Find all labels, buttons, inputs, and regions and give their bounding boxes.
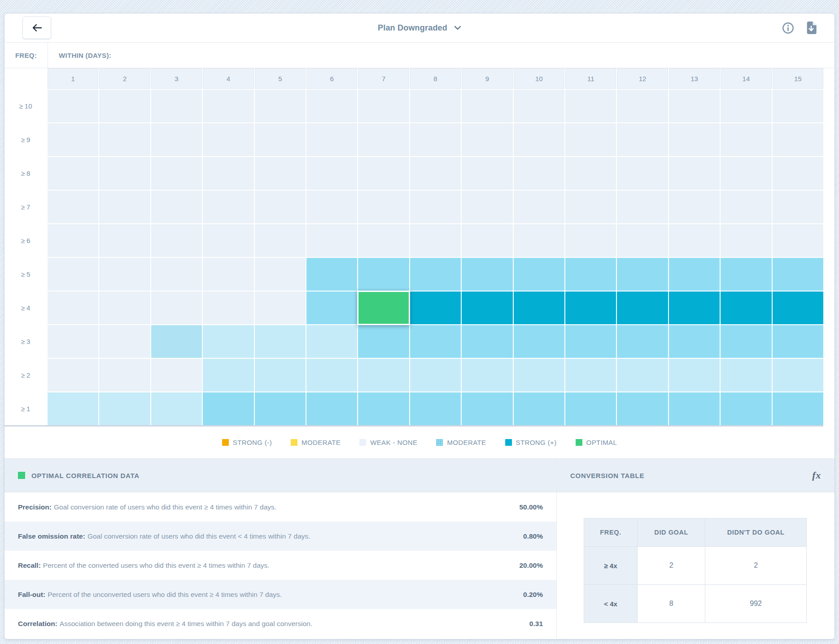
heatmap-cell-strong-positive[interactable] <box>514 292 564 324</box>
heatmap-cell-weak-none[interactable] <box>306 191 357 223</box>
heatmap-cell-weak-none[interactable] <box>99 191 150 223</box>
heatmap-cell-strong-positive[interactable] <box>462 292 512 324</box>
heatmap-cell-weak-none[interactable] <box>255 123 306 156</box>
heatmap-cell-weak-none[interactable] <box>669 157 720 190</box>
heatmap-cell-weak-none[interactable] <box>514 224 564 257</box>
heatmap-cell-weak-none[interactable] <box>255 90 306 122</box>
back-button[interactable] <box>22 17 51 39</box>
heatmap-cell-weak-none[interactable] <box>358 157 409 190</box>
heatmap-cell-weak-none[interactable] <box>255 292 306 324</box>
heatmap-cell-moderate[interactable] <box>721 392 771 425</box>
heatmap-cell-weak-none[interactable] <box>721 224 771 257</box>
heatmap-cell-moderate[interactable] <box>773 258 823 291</box>
heatmap-cell-weak-none[interactable] <box>773 90 823 122</box>
heatmap-cell-strong-positive[interactable] <box>669 292 720 324</box>
heatmap-cell-moderate[interactable] <box>669 325 720 358</box>
heatmap-cell-weak-moderate[interactable] <box>306 359 357 392</box>
heatmap-cell-moderate[interactable] <box>514 258 564 291</box>
heatmap-cell-moderate[interactable] <box>773 392 823 425</box>
heatmap-cell-weak-none[interactable] <box>306 123 357 156</box>
heatmap-cell-weak-none[interactable] <box>151 359 202 392</box>
heatmap-cell-weak-moderate[interactable] <box>617 359 668 392</box>
heatmap-cell-moderate[interactable] <box>358 325 409 358</box>
heatmap-cell-weak-none[interactable] <box>462 157 512 190</box>
heatmap-cell-weak-moderate[interactable] <box>773 359 823 392</box>
heatmap-cell-moderate[interactable] <box>306 292 357 324</box>
heatmap-cell-optimal[interactable] <box>357 291 410 325</box>
heatmap-cell-weak-none[interactable] <box>48 325 98 358</box>
heatmap-cell-weak-none[interactable] <box>721 90 771 122</box>
heatmap-cell-moderate[interactable] <box>255 392 306 425</box>
heatmap-cell-weak-none[interactable] <box>721 123 771 156</box>
heatmap-cell-moderate[interactable] <box>462 325 512 358</box>
heatmap-cell-moderate[interactable] <box>565 392 616 425</box>
heatmap-cell-weak-moderate[interactable] <box>151 392 202 425</box>
heatmap-cell-moderate[interactable] <box>773 325 823 358</box>
heatmap-cell-moderate[interactable] <box>721 258 771 291</box>
heatmap-cell-weak-none[interactable] <box>151 123 202 156</box>
heatmap-cell-weak-moderate[interactable] <box>255 325 306 358</box>
heatmap-cell-strong-positive[interactable] <box>721 292 771 324</box>
heatmap-cell-weak-none[interactable] <box>410 90 461 122</box>
heatmap-cell-weak-none[interactable] <box>617 90 668 122</box>
heatmap-cell-weak-none[interactable] <box>99 157 150 190</box>
heatmap-cell-strong-positive[interactable] <box>565 292 616 324</box>
heatmap-cell-strong-positive[interactable] <box>617 292 668 324</box>
heatmap-cell-weak-none[interactable] <box>99 325 150 358</box>
event-selector-dropdown[interactable]: Plan Downgraded <box>378 23 461 33</box>
heatmap-cell-weak-none[interactable] <box>99 292 150 324</box>
heatmap-cell-weak-none[interactable] <box>203 191 253 223</box>
download-icon[interactable] <box>806 22 817 34</box>
heatmap-cell-weak-none[interactable] <box>773 123 823 156</box>
heatmap-cell-weak-moderate[interactable] <box>99 392 150 425</box>
heatmap-cell-moderate[interactable] <box>514 325 564 358</box>
heatmap-cell-weak-none[interactable] <box>358 90 409 122</box>
heatmap-cell-weak-moderate[interactable] <box>48 392 98 425</box>
heatmap-cell-moderate[interactable] <box>306 258 357 291</box>
heatmap-cell-weak-none[interactable] <box>669 90 720 122</box>
heatmap-cell-weak-none[interactable] <box>203 258 253 291</box>
heatmap-cell-weak-moderate[interactable] <box>358 359 409 392</box>
fx-formula-icon[interactable]: fx <box>812 470 821 481</box>
heatmap-cell-weak-none[interactable] <box>255 157 306 190</box>
heatmap-cell-weak-none[interactable] <box>99 90 150 122</box>
heatmap-cell-moderate[interactable] <box>514 392 564 425</box>
heatmap-cell-moderate[interactable] <box>410 392 461 425</box>
heatmap-cell-moderate[interactable] <box>306 392 357 425</box>
heatmap-cell-weak-none[interactable] <box>306 90 357 122</box>
heatmap-cell-weak-moderate[interactable] <box>203 325 253 358</box>
heatmap-cell-weak-none[interactable] <box>565 90 616 122</box>
heatmap-cell-moderate[interactable] <box>462 392 512 425</box>
heatmap-cell-weak-moderate[interactable] <box>514 359 564 392</box>
heatmap-cell-weak-moderate[interactable] <box>565 359 616 392</box>
heatmap-cell-weak-none[interactable] <box>565 224 616 257</box>
heatmap-cell-weak-none[interactable] <box>255 191 306 223</box>
heatmap-cell-weak-none[interactable] <box>48 258 98 291</box>
heatmap-cell-weak-none[interactable] <box>565 191 616 223</box>
heatmap-cell-weak-none[interactable] <box>151 224 202 257</box>
heatmap-cell-weak-none[interactable] <box>306 224 357 257</box>
heatmap-cell-weak-none[interactable] <box>669 191 720 223</box>
heatmap-cell-weak-none[interactable] <box>99 258 150 291</box>
heatmap-cell-weak-none[interactable] <box>773 224 823 257</box>
info-icon[interactable] <box>782 22 794 34</box>
heatmap-cell-weak-none[interactable] <box>410 123 461 156</box>
heatmap-cell-moderate[interactable] <box>721 325 771 358</box>
heatmap-cell-weak-none[interactable] <box>151 191 202 223</box>
heatmap-cell-weak-none[interactable] <box>617 224 668 257</box>
heatmap-cell-weak-none[interactable] <box>99 359 150 392</box>
heatmap-cell-weak-none[interactable] <box>462 224 512 257</box>
heatmap-cell-weak-moderate[interactable] <box>203 359 253 392</box>
heatmap-cell-weak-none[interactable] <box>151 292 202 324</box>
heatmap-cell-weak-none[interactable] <box>565 157 616 190</box>
heatmap-cell-weak-moderate-low[interactable] <box>151 325 202 358</box>
heatmap-cell-weak-none[interactable] <box>203 123 253 156</box>
heatmap-cell-weak-none[interactable] <box>358 224 409 257</box>
heatmap-cell-weak-none[interactable] <box>514 123 564 156</box>
heatmap-cell-weak-none[interactable] <box>48 123 98 156</box>
heatmap-cell-weak-none[interactable] <box>151 90 202 122</box>
heatmap-cell-strong-positive[interactable] <box>773 292 823 324</box>
heatmap-cell-weak-none[interactable] <box>358 123 409 156</box>
heatmap-cell-weak-moderate[interactable] <box>669 359 720 392</box>
heatmap-cell-weak-none[interactable] <box>48 191 98 223</box>
